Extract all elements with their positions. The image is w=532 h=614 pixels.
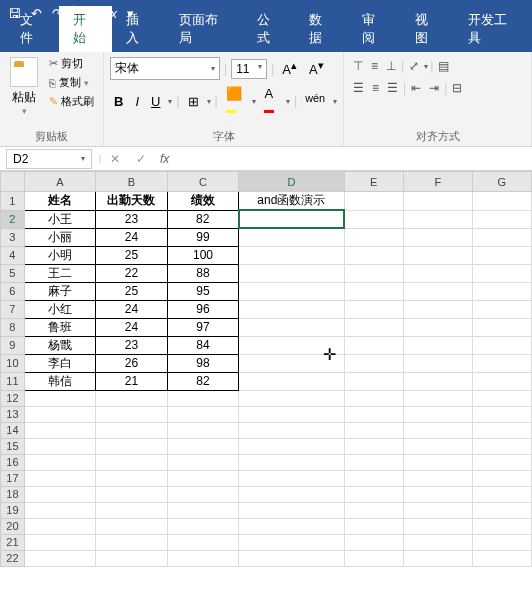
- cell[interactable]: [24, 454, 95, 470]
- cell[interactable]: 21: [96, 372, 168, 390]
- cell[interactable]: [344, 228, 403, 246]
- row-header[interactable]: 7: [1, 300, 25, 318]
- cell[interactable]: 96: [167, 300, 238, 318]
- dec-indent-icon[interactable]: ⇤: [408, 79, 424, 97]
- cell[interactable]: 95: [167, 282, 238, 300]
- cell[interactable]: [167, 518, 238, 534]
- cell[interactable]: 23: [96, 210, 168, 228]
- cell[interactable]: [96, 406, 168, 422]
- cell[interactable]: [24, 390, 95, 406]
- border-button[interactable]: ⊞: [184, 92, 203, 111]
- row-header[interactable]: 21: [1, 534, 25, 550]
- cell[interactable]: 小红: [24, 300, 95, 318]
- tab-home[interactable]: 开始: [59, 6, 112, 52]
- cell[interactable]: 24: [96, 300, 168, 318]
- row-header[interactable]: 3: [1, 228, 25, 246]
- cell[interactable]: [239, 502, 344, 518]
- cell[interactable]: 王二: [24, 264, 95, 282]
- format-painter-button[interactable]: ✎格式刷: [46, 93, 97, 110]
- cell[interactable]: 22: [96, 264, 168, 282]
- cell[interactable]: [472, 550, 531, 566]
- cell[interactable]: [96, 422, 168, 438]
- column-header[interactable]: A: [24, 172, 95, 192]
- cell[interactable]: 25: [96, 246, 168, 264]
- cell[interactable]: [472, 518, 531, 534]
- align-bot-icon[interactable]: ⊥: [383, 57, 399, 75]
- cell[interactable]: 82: [167, 210, 238, 228]
- cell[interactable]: [167, 502, 238, 518]
- cell[interactable]: [472, 318, 531, 336]
- cell[interactable]: [344, 390, 403, 406]
- cell[interactable]: 84: [167, 336, 238, 354]
- cell[interactable]: [344, 192, 403, 211]
- cell[interactable]: [403, 422, 472, 438]
- row-header[interactable]: 17: [1, 470, 25, 486]
- tab-insert[interactable]: 插入: [112, 6, 165, 52]
- cell[interactable]: [24, 486, 95, 502]
- cell[interactable]: [472, 454, 531, 470]
- cell[interactable]: [472, 300, 531, 318]
- cell[interactable]: [239, 372, 344, 390]
- row-header[interactable]: 13: [1, 406, 25, 422]
- cell[interactable]: [239, 210, 344, 228]
- cell[interactable]: [239, 470, 344, 486]
- column-header[interactable]: C: [167, 172, 238, 192]
- cell[interactable]: [24, 518, 95, 534]
- formula-input[interactable]: [175, 150, 532, 168]
- row-header[interactable]: 9: [1, 336, 25, 354]
- phonetic-button[interactable]: wén: [301, 90, 329, 112]
- cell[interactable]: 97: [167, 318, 238, 336]
- align-right-icon[interactable]: ☰: [384, 79, 401, 97]
- cell[interactable]: [403, 372, 472, 390]
- cell[interactable]: [239, 318, 344, 336]
- fx-icon[interactable]: fx: [154, 152, 175, 166]
- cut-button[interactable]: ✂剪切: [46, 55, 97, 72]
- cell[interactable]: [344, 422, 403, 438]
- cell[interactable]: [403, 470, 472, 486]
- row-header[interactable]: 12: [1, 390, 25, 406]
- cell[interactable]: [403, 486, 472, 502]
- row-header[interactable]: 22: [1, 550, 25, 566]
- tab-data[interactable]: 数据: [295, 6, 348, 52]
- cell[interactable]: [344, 486, 403, 502]
- cell[interactable]: [472, 354, 531, 372]
- underline-button[interactable]: U: [147, 92, 164, 111]
- cell[interactable]: 23: [96, 336, 168, 354]
- cell[interactable]: [403, 192, 472, 211]
- cell[interactable]: 25: [96, 282, 168, 300]
- cell[interactable]: 98: [167, 354, 238, 372]
- cell[interactable]: [403, 318, 472, 336]
- row-header[interactable]: 20: [1, 518, 25, 534]
- row-header[interactable]: 8: [1, 318, 25, 336]
- tab-formulas[interactable]: 公式: [243, 6, 296, 52]
- cell[interactable]: 82: [167, 372, 238, 390]
- cell[interactable]: [239, 438, 344, 454]
- cell[interactable]: [344, 210, 403, 228]
- cell[interactable]: [344, 518, 403, 534]
- row-header[interactable]: 14: [1, 422, 25, 438]
- cell[interactable]: [472, 336, 531, 354]
- cell[interactable]: [239, 406, 344, 422]
- cell[interactable]: [403, 550, 472, 566]
- row-header[interactable]: 1: [1, 192, 25, 211]
- bold-button[interactable]: B: [110, 92, 127, 111]
- cell[interactable]: [96, 534, 168, 550]
- cell[interactable]: [96, 550, 168, 566]
- cell[interactable]: [239, 518, 344, 534]
- cancel-icon[interactable]: ✕: [102, 152, 128, 166]
- cell[interactable]: [403, 390, 472, 406]
- cell[interactable]: [344, 318, 403, 336]
- cell[interactable]: 出勤天数: [96, 192, 168, 211]
- cell[interactable]: [239, 264, 344, 282]
- row-header[interactable]: 19: [1, 502, 25, 518]
- cell[interactable]: 99: [167, 228, 238, 246]
- cell[interactable]: [403, 246, 472, 264]
- cell[interactable]: [472, 210, 531, 228]
- cell[interactable]: [472, 282, 531, 300]
- increase-font-icon[interactable]: A▴: [278, 57, 301, 79]
- row-header[interactable]: 5: [1, 264, 25, 282]
- cell[interactable]: 100: [167, 246, 238, 264]
- cell[interactable]: 鲁班: [24, 318, 95, 336]
- cell[interactable]: [239, 282, 344, 300]
- cell[interactable]: [167, 390, 238, 406]
